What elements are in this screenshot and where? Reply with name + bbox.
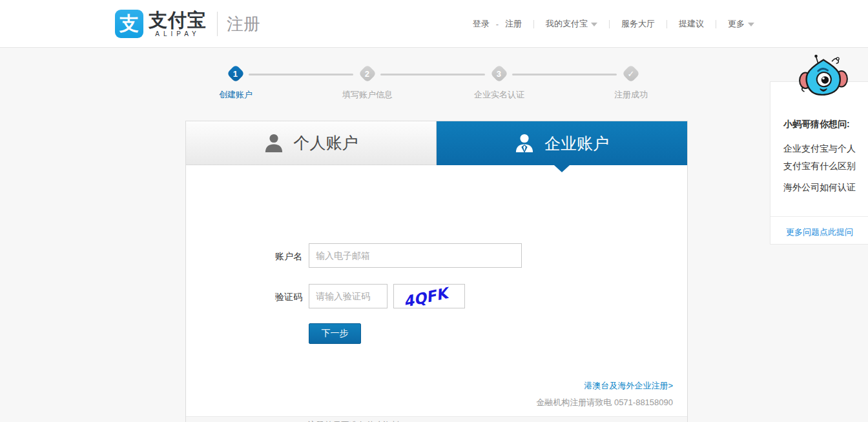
step-4-label: 注册成功: [586, 89, 676, 101]
brand-name: 支付宝: [149, 10, 207, 30]
step-4-marker check-icon: ✓: [622, 65, 640, 83]
tab-enterprise-label: 企业账户: [544, 133, 609, 154]
step-success: ✓ 注册成功: [586, 67, 676, 101]
tab-personal-account[interactable]: 个人账户: [186, 121, 437, 165]
business-person-icon: [515, 133, 534, 154]
tab-personal-label: 个人账户: [294, 132, 358, 154]
nav-login[interactable]: 登录: [469, 18, 493, 30]
nav-separator: [666, 20, 667, 28]
alipay-logo-icon: 支: [115, 10, 143, 38]
account-name-input[interactable]: [309, 243, 522, 268]
nav-separator: [716, 20, 716, 28]
nav-dash: -: [493, 19, 501, 29]
helper-title: 小蚂哥猜你想问:: [783, 119, 850, 130]
nav-more[interactable]: 更多: [724, 18, 758, 30]
alipay-logo[interactable]: 支 支付宝 ALIPAY 注册: [115, 10, 260, 38]
step-fill-info: 2 填写账户信息: [322, 67, 413, 101]
step-connector: [249, 74, 353, 75]
captcha-input[interactable]: [309, 284, 388, 308]
helper-divider: [770, 216, 868, 217]
brand-wordmark: 支付宝 ALIPAY: [149, 10, 207, 37]
helper-question-2[interactable]: 海外公司如何认证: [783, 182, 856, 194]
account-type-tabs: 个人账户 企业账户: [186, 121, 687, 165]
nav-register[interactable]: 注册: [501, 18, 526, 30]
helper-panel: 小蚂哥猜你想问: 企业支付宝与个人 支付宝有什么区别 海外公司如何认证 更多问题…: [770, 81, 868, 245]
page-title: 注册: [227, 13, 260, 35]
step-2-label: 填写账户信息: [322, 89, 413, 101]
top-nav: 登录 - 注册 我的支付宝 服务大厅 提建议 更多: [469, 0, 758, 48]
step-2-marker: 2: [358, 65, 377, 83]
person-icon: [264, 133, 284, 154]
caret-down-icon: [591, 23, 597, 26]
registration-card: 个人账户 企业账户 账户名 验证码 4QFK 下一步: [185, 121, 688, 422]
next-step-button[interactable]: 下一步: [309, 323, 361, 344]
prep-materials-accordion[interactable]: 注册前需要准备什么资料?: [186, 416, 687, 422]
captcha-label: 验证码: [186, 292, 302, 303]
nav-service-hall[interactable]: 服务大厅: [617, 18, 659, 30]
step-verify: 3 企业实名认证: [454, 67, 544, 101]
nav-my-alipay[interactable]: 我的支付宝: [542, 18, 601, 30]
step-1-marker: 1: [227, 65, 245, 83]
header: 支 支付宝 ALIPAY 注册 登录 - 注册 我的支付宝 服务大厅 提建议 更…: [0, 0, 868, 48]
step-3-marker: 3: [490, 65, 508, 83]
tab-enterprise-account[interactable]: 企业账户: [437, 121, 687, 165]
active-tab-pointer: [554, 165, 570, 172]
caret-down-icon: [748, 23, 754, 26]
captcha-image[interactable]: 4QFK: [393, 284, 465, 308]
finance-register-note: 金融机构注册请致电 0571-88158090: [536, 397, 673, 408]
finance-phone: 0571-88158090: [614, 397, 673, 407]
overseas-register-link[interactable]: 港澳台及海外企业注册>: [584, 380, 673, 392]
more-questions-link[interactable]: 更多问题点此提问: [770, 226, 868, 238]
nav-suggest[interactable]: 提建议: [675, 18, 708, 30]
step-connector: [512, 74, 617, 75]
step-1-label: 创建账户: [191, 89, 281, 101]
helper-question-1[interactable]: 企业支付宝与个人 支付宝有什么区别: [783, 140, 856, 175]
logo-divider: [217, 12, 218, 36]
nav-separator: [533, 20, 534, 28]
nav-separator: [609, 20, 610, 28]
step-create-account: 1 创建账户: [191, 67, 281, 101]
step-connector: [380, 74, 485, 75]
brand-name-en: ALIPAY: [149, 30, 207, 37]
mascot-icon: [797, 53, 850, 103]
account-name-label: 账户名: [186, 251, 302, 263]
captcha-text: 4QFK: [402, 285, 451, 308]
accordion-question: 注册前需要准备什么资料?: [307, 419, 416, 422]
step-3-label: 企业实名认证: [454, 89, 544, 101]
